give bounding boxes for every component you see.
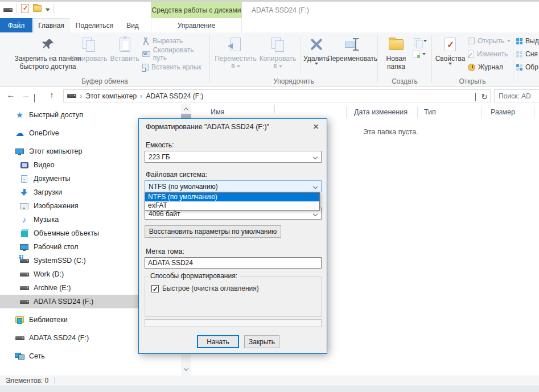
forward-icon[interactable]: → bbox=[19, 90, 32, 100]
edit-button[interactable]: Изменить bbox=[468, 49, 511, 59]
drive-icon bbox=[19, 273, 29, 277]
cloud-icon: ☁ bbox=[15, 128, 24, 138]
dropdown-icon bbox=[237, 65, 240, 68]
rename-icon bbox=[345, 36, 360, 53]
separator bbox=[17, 4, 17, 13]
column-header-date[interactable]: Дата изменения bbox=[354, 108, 408, 116]
paste-button[interactable]: Вставить bbox=[108, 32, 141, 63]
status-bar: Элементов: 0 bbox=[0, 376, 539, 386]
copy-path-button[interactable]: Скопировать путь bbox=[142, 49, 208, 59]
paste-shortcut-icon bbox=[142, 64, 149, 71]
invert-selection-button[interactable]: Обр bbox=[516, 62, 539, 72]
sort-ascending-icon bbox=[274, 105, 274, 113]
filesystem-select[interactable]: NTFS (по умолчанию) bbox=[145, 180, 322, 192]
titlebar: Средства работы с дисками ADATA SSD24 (F… bbox=[0, 2, 539, 18]
recent-locations-icon[interactable] bbox=[34, 94, 35, 102]
copy-to-button[interactable]: Копировать в bbox=[257, 32, 298, 70]
scroll-down-icon[interactable] bbox=[181, 364, 191, 374]
paste-shortcut-button[interactable]: Вставить ярлык bbox=[142, 62, 208, 72]
scroll-up-icon[interactable] bbox=[181, 104, 191, 114]
clipboard-small-buttons: Вырезать Скопировать путь Вставить ярлык bbox=[142, 32, 208, 72]
separator bbox=[301, 36, 301, 73]
properties-icon[interactable] bbox=[21, 4, 29, 13]
ribbon: Закрепить на панели быстрого доступа Коп… bbox=[0, 32, 539, 87]
capacity-select[interactable]: 223 ГБ bbox=[145, 151, 322, 163]
open-button[interactable]: Открыть bbox=[468, 36, 511, 46]
separator bbox=[54, 377, 55, 384]
select-all-button[interactable]: Выд bbox=[516, 36, 539, 46]
tab-view[interactable]: Вид bbox=[120, 18, 146, 32]
open-icon bbox=[468, 38, 475, 44]
restore-defaults-button[interactable]: Восстановить параметры по умолчанию bbox=[145, 225, 281, 238]
group-caption-organize: Упорядочить bbox=[211, 77, 377, 85]
address-bar[interactable]: › Этот компьютер › ADATA SSD24 (F:) ↻ bbox=[63, 89, 491, 102]
group-caption-clipboard: Буфер обмена bbox=[1, 77, 208, 85]
drive-icon bbox=[19, 286, 29, 290]
history-button[interactable]: Журнал bbox=[468, 62, 511, 72]
copy-to-icon bbox=[271, 36, 284, 53]
breadcrumb-separator: › bbox=[80, 92, 82, 100]
contextual-tab-header: Средства работы с дисками bbox=[151, 2, 242, 18]
documents-icon bbox=[19, 175, 29, 183]
format-options-groupbox bbox=[145, 276, 322, 317]
tab-home[interactable]: Главная bbox=[33, 18, 69, 32]
drive-icon bbox=[15, 336, 24, 340]
dropdown-option-exfat[interactable]: exFAT bbox=[145, 201, 319, 210]
new-item-button[interactable] bbox=[413, 36, 427, 46]
filesystem-dropdown-list: NTFS (по умолчанию) exFAT bbox=[145, 192, 320, 211]
tab-file[interactable]: Файл bbox=[0, 18, 32, 32]
checkbox-checked-icon[interactable] bbox=[151, 285, 159, 292]
dialog-titlebar[interactable]: Форматирование "ADATA SSD24 (F:)" × bbox=[139, 119, 327, 135]
column-header-size[interactable]: Размер bbox=[491, 108, 515, 116]
separator bbox=[54, 4, 54, 13]
refresh-icon[interactable]: ↻ bbox=[481, 92, 488, 101]
libraries-icon bbox=[15, 316, 24, 323]
move-to-button[interactable]: Переместить в bbox=[214, 32, 257, 70]
back-icon[interactable]: ← bbox=[5, 90, 17, 100]
group-separator bbox=[209, 35, 210, 82]
search-input[interactable]: Поиск: AD bbox=[494, 89, 539, 102]
music-icon: ♪ bbox=[19, 215, 29, 224]
tab-share[interactable]: Поделиться bbox=[73, 18, 116, 32]
rename-button[interactable]: Переименовать bbox=[328, 32, 377, 63]
chevron-down-icon bbox=[313, 184, 318, 189]
properties-button[interactable]: Свойства bbox=[435, 32, 466, 65]
close-button[interactable]: Закрыть bbox=[244, 335, 279, 348]
open-small-buttons: Открыть Изменить Журнал bbox=[468, 32, 511, 72]
column-header-name[interactable]: Имя bbox=[211, 108, 224, 116]
column-header-type[interactable]: Тип bbox=[424, 108, 436, 116]
dropdown-option-ntfs[interactable]: NTFS (по умолчанию) bbox=[145, 193, 319, 201]
tab-manage[interactable]: Управление bbox=[151, 18, 242, 32]
new-folder-icon[interactable] bbox=[33, 5, 42, 12]
new-folder-button[interactable]: Новая папка bbox=[381, 32, 412, 71]
group-organize: Переместить в Копировать в Удалить Переи… bbox=[211, 32, 377, 87]
dropdown-icon bbox=[449, 63, 452, 65]
chevron-down-icon bbox=[313, 155, 318, 159]
volume-name-input[interactable] bbox=[145, 257, 322, 269]
address-dropdown-icon[interactable] bbox=[475, 93, 476, 101]
delete-icon bbox=[310, 36, 323, 53]
breadcrumb-this-pc[interactable]: Этот компьютер bbox=[85, 92, 137, 100]
quick-format-option[interactable]: Быстрое (очистка оглавления) bbox=[151, 284, 259, 292]
new-item-icon bbox=[414, 38, 419, 44]
breadcrumb-drive[interactable]: ADATA SSD24 (F:) bbox=[146, 92, 203, 100]
dropdown-icon bbox=[315, 63, 318, 65]
move-to-icon bbox=[231, 36, 241, 53]
copy-button[interactable]: Копировать bbox=[69, 32, 108, 63]
paste-icon bbox=[120, 36, 130, 53]
history-icon bbox=[468, 64, 475, 71]
cut-button[interactable]: Вырезать bbox=[142, 36, 208, 46]
start-button[interactable]: Начать bbox=[197, 335, 239, 348]
easy-access-button[interactable] bbox=[413, 49, 427, 59]
videos-icon bbox=[19, 162, 29, 168]
downloads-icon bbox=[19, 189, 29, 196]
window-bottom-edge bbox=[0, 386, 539, 392]
up-icon[interactable]: ↑ bbox=[46, 90, 58, 100]
customize-quick-access-icon[interactable] bbox=[46, 6, 50, 11]
filesystem-label: Файловая система: bbox=[146, 171, 207, 179]
close-icon[interactable]: × bbox=[308, 120, 323, 134]
select-none-button[interactable]: Сня bbox=[516, 49, 539, 59]
items-count: Элементов: 0 bbox=[0, 377, 48, 385]
empty-folder-text: Эта папка пуста. bbox=[363, 128, 418, 136]
pictures-icon bbox=[19, 203, 29, 209]
